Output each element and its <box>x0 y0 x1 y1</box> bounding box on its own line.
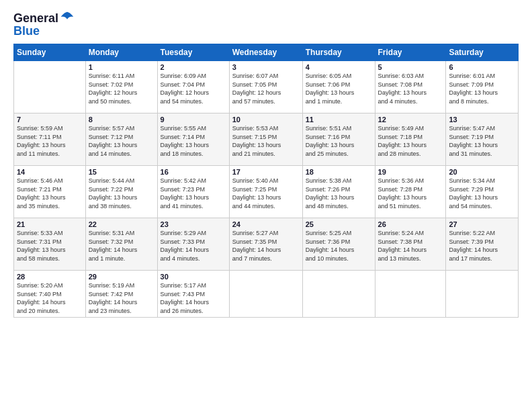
day-number: 17 <box>232 168 300 176</box>
day-info: Sunrise: 5:17 AM Sunset: 7:43 PM Dayligh… <box>161 281 226 315</box>
day-info: Sunrise: 5:40 AM Sunset: 7:25 PM Dayligh… <box>232 177 300 210</box>
calendar-cell: 6Sunrise: 6:01 AM Sunset: 7:09 PM Daylig… <box>446 61 519 113</box>
calendar-cell: 26Sunrise: 5:24 AM Sunset: 7:38 PM Dayli… <box>375 218 446 271</box>
calendar-table: SundayMondayTuesdayWednesdayThursdayFrid… <box>13 44 519 318</box>
weekday-sunday: Sunday <box>14 44 86 61</box>
day-info: Sunrise: 6:05 AM Sunset: 7:06 PM Dayligh… <box>306 72 372 105</box>
calendar-cell <box>446 271 519 318</box>
day-number: 3 <box>232 63 300 71</box>
day-info: Sunrise: 5:36 AM Sunset: 7:28 PM Dayligh… <box>378 177 443 210</box>
day-info: Sunrise: 5:53 AM Sunset: 7:15 PM Dayligh… <box>232 124 300 158</box>
day-number: 29 <box>89 273 154 281</box>
day-number: 18 <box>306 168 372 176</box>
logo: General Blue <box>13 11 75 38</box>
calendar-cell: 29Sunrise: 5:19 AM Sunset: 7:42 PM Dayli… <box>85 271 157 318</box>
day-number: 2 <box>161 63 226 71</box>
day-number: 28 <box>17 273 83 281</box>
calendar-cell <box>302 271 375 318</box>
day-number: 4 <box>306 63 372 71</box>
day-number: 15 <box>89 168 154 176</box>
calendar-cell <box>14 61 86 113</box>
calendar-cell: 27Sunrise: 5:22 AM Sunset: 7:39 PM Dayli… <box>446 218 519 271</box>
day-info: Sunrise: 5:55 AM Sunset: 7:14 PM Dayligh… <box>161 124 226 158</box>
calendar-cell: 28Sunrise: 5:20 AM Sunset: 7:40 PM Dayli… <box>14 271 86 318</box>
day-info: Sunrise: 5:59 AM Sunset: 7:11 PM Dayligh… <box>17 124 83 158</box>
day-info: Sunrise: 5:19 AM Sunset: 7:42 PM Dayligh… <box>89 281 154 315</box>
day-number: 5 <box>378 63 443 71</box>
logo-general: General <box>13 11 58 26</box>
day-number: 19 <box>378 168 443 176</box>
calendar-cell: 8Sunrise: 5:57 AM Sunset: 7:12 PM Daylig… <box>85 113 157 166</box>
day-number: 21 <box>17 220 83 228</box>
day-info: Sunrise: 6:09 AM Sunset: 7:04 PM Dayligh… <box>161 72 226 105</box>
calendar-cell: 22Sunrise: 5:31 AM Sunset: 7:32 PM Dayli… <box>85 218 157 271</box>
day-number: 13 <box>449 116 515 124</box>
calendar-cell: 15Sunrise: 5:44 AM Sunset: 7:22 PM Dayli… <box>85 166 157 218</box>
calendar-cell: 10Sunrise: 5:53 AM Sunset: 7:15 PM Dayli… <box>229 113 302 166</box>
day-number: 25 <box>306 220 372 228</box>
day-info: Sunrise: 5:25 AM Sunset: 7:36 PM Dayligh… <box>306 229 372 263</box>
day-number: 27 <box>449 220 515 228</box>
logo-blue: Blue <box>13 24 75 38</box>
calendar-cell <box>375 271 446 318</box>
day-number: 30 <box>161 273 226 281</box>
day-info: Sunrise: 5:24 AM Sunset: 7:38 PM Dayligh… <box>378 229 443 263</box>
calendar-cell: 11Sunrise: 5:51 AM Sunset: 7:16 PM Dayli… <box>302 113 375 166</box>
day-info: Sunrise: 6:07 AM Sunset: 7:05 PM Dayligh… <box>232 72 300 105</box>
day-number: 8 <box>89 116 154 124</box>
day-number: 26 <box>378 220 443 228</box>
calendar-cell: 5Sunrise: 6:03 AM Sunset: 7:08 PM Daylig… <box>375 61 446 113</box>
day-info: Sunrise: 5:51 AM Sunset: 7:16 PM Dayligh… <box>306 124 372 158</box>
day-info: Sunrise: 5:31 AM Sunset: 7:32 PM Dayligh… <box>89 229 154 263</box>
weekday-saturday: Saturday <box>446 44 519 61</box>
day-number: 7 <box>17 116 83 124</box>
calendar-cell: 17Sunrise: 5:40 AM Sunset: 7:25 PM Dayli… <box>229 166 302 218</box>
day-info: Sunrise: 5:34 AM Sunset: 7:29 PM Dayligh… <box>449 177 515 210</box>
day-number: 14 <box>17 168 83 176</box>
day-info: Sunrise: 5:44 AM Sunset: 7:22 PM Dayligh… <box>89 177 154 210</box>
day-number: 6 <box>449 63 515 71</box>
day-info: Sunrise: 5:20 AM Sunset: 7:40 PM Dayligh… <box>17 281 83 315</box>
day-number: 22 <box>89 220 154 228</box>
weekday-friday: Friday <box>375 44 446 61</box>
day-number: 9 <box>161 116 226 124</box>
day-info: Sunrise: 5:27 AM Sunset: 7:35 PM Dayligh… <box>232 229 300 263</box>
calendar-cell: 3Sunrise: 6:07 AM Sunset: 7:05 PM Daylig… <box>229 61 302 113</box>
day-number: 11 <box>306 116 372 124</box>
calendar-cell: 12Sunrise: 5:49 AM Sunset: 7:18 PM Dayli… <box>375 113 446 166</box>
day-info: Sunrise: 5:49 AM Sunset: 7:18 PM Dayligh… <box>378 124 443 158</box>
calendar-cell: 2Sunrise: 6:09 AM Sunset: 7:04 PM Daylig… <box>157 61 229 113</box>
calendar-cell: 21Sunrise: 5:33 AM Sunset: 7:31 PM Dayli… <box>14 218 86 271</box>
weekday-thursday: Thursday <box>302 44 375 61</box>
weekday-tuesday: Tuesday <box>157 44 229 61</box>
calendar-cell: 16Sunrise: 5:42 AM Sunset: 7:23 PM Dayli… <box>157 166 229 218</box>
calendar-cell: 14Sunrise: 5:46 AM Sunset: 7:21 PM Dayli… <box>14 166 86 218</box>
calendar-cell: 7Sunrise: 5:59 AM Sunset: 7:11 PM Daylig… <box>14 113 86 166</box>
weekday-header-row: SundayMondayTuesdayWednesdayThursdayFrid… <box>14 44 519 61</box>
header: General Blue <box>13 11 519 38</box>
day-number: 12 <box>378 116 443 124</box>
day-info: Sunrise: 5:46 AM Sunset: 7:21 PM Dayligh… <box>17 177 83 210</box>
day-info: Sunrise: 6:01 AM Sunset: 7:09 PM Dayligh… <box>449 72 515 105</box>
weekday-monday: Monday <box>85 44 157 61</box>
day-info: Sunrise: 5:22 AM Sunset: 7:39 PM Dayligh… <box>449 229 515 263</box>
weekday-wednesday: Wednesday <box>229 44 302 61</box>
day-info: Sunrise: 5:42 AM Sunset: 7:23 PM Dayligh… <box>161 177 226 210</box>
calendar-cell: 18Sunrise: 5:38 AM Sunset: 7:26 PM Dayli… <box>302 166 375 218</box>
page: General Blue SundayMondayTuesdayWednesda… <box>0 0 532 411</box>
calendar-cell: 1Sunrise: 6:11 AM Sunset: 7:02 PM Daylig… <box>85 61 157 113</box>
day-number: 16 <box>161 168 226 176</box>
day-number: 24 <box>232 220 300 228</box>
day-info: Sunrise: 5:33 AM Sunset: 7:31 PM Dayligh… <box>17 229 83 263</box>
logo-bird-icon <box>60 11 75 26</box>
calendar-cell: 24Sunrise: 5:27 AM Sunset: 7:35 PM Dayli… <box>229 218 302 271</box>
day-number: 23 <box>161 220 226 228</box>
calendar-cell <box>229 271 302 318</box>
calendar-cell: 4Sunrise: 6:05 AM Sunset: 7:06 PM Daylig… <box>302 61 375 113</box>
day-number: 1 <box>89 63 154 71</box>
day-info: Sunrise: 5:38 AM Sunset: 7:26 PM Dayligh… <box>306 177 372 210</box>
calendar-cell: 19Sunrise: 5:36 AM Sunset: 7:28 PM Dayli… <box>375 166 446 218</box>
calendar-cell: 9Sunrise: 5:55 AM Sunset: 7:14 PM Daylig… <box>157 113 229 166</box>
calendar-cell: 13Sunrise: 5:47 AM Sunset: 7:19 PM Dayli… <box>446 113 519 166</box>
calendar-cell: 30Sunrise: 5:17 AM Sunset: 7:43 PM Dayli… <box>157 271 229 318</box>
